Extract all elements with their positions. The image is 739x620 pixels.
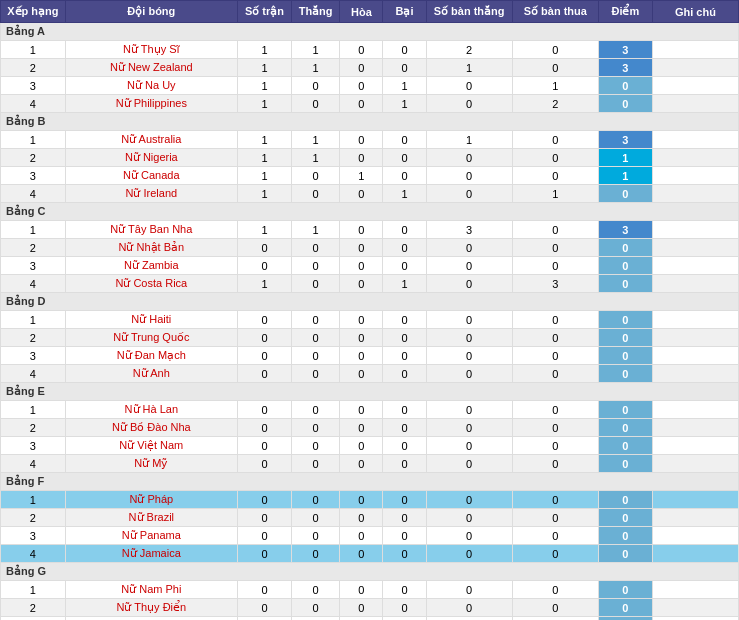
stat-cell: 0 bbox=[291, 581, 339, 599]
stat-cell: 0 bbox=[426, 77, 512, 95]
stat-cell: 0 bbox=[512, 347, 598, 365]
points-cell: 3 bbox=[598, 59, 652, 77]
team-name-cell: Nữ Hà Lan bbox=[65, 401, 237, 419]
stat-cell bbox=[652, 527, 738, 545]
stat-cell: 0 bbox=[291, 347, 339, 365]
stat-cell: 0 bbox=[383, 365, 426, 383]
stat-cell: 1 bbox=[1, 311, 66, 329]
stat-cell bbox=[652, 275, 738, 293]
stat-cell: 0 bbox=[512, 581, 598, 599]
table-row: 3Nữ Na Uy1001010 bbox=[1, 77, 739, 95]
stat-cell: 1 bbox=[291, 149, 339, 167]
stat-cell bbox=[652, 149, 738, 167]
stat-cell: 0 bbox=[383, 617, 426, 621]
stat-cell: 0 bbox=[426, 185, 512, 203]
table-row: 1Nữ Thụy Sĩ1100203 bbox=[1, 41, 739, 59]
stat-cell: 0 bbox=[238, 239, 292, 257]
points-cell: 0 bbox=[598, 365, 652, 383]
table-row: 1Nữ Australia1100103 bbox=[1, 131, 739, 149]
team-name-cell: Nữ Philippines bbox=[65, 95, 237, 113]
stat-cell: 0 bbox=[426, 419, 512, 437]
stat-cell: 3 bbox=[1, 257, 66, 275]
stat-cell: 0 bbox=[340, 599, 383, 617]
stat-cell: 0 bbox=[383, 221, 426, 239]
stat-cell: 3 bbox=[1, 347, 66, 365]
team-name-cell: Nữ Mỹ bbox=[65, 455, 237, 473]
stat-cell: 0 bbox=[426, 311, 512, 329]
stat-cell: 1 bbox=[383, 185, 426, 203]
stat-cell: 1 bbox=[1, 131, 66, 149]
stat-cell: 0 bbox=[238, 545, 292, 563]
stat-cell: 0 bbox=[238, 617, 292, 621]
group-header: Bảng C bbox=[1, 203, 739, 221]
team-name-cell: Nữ Panama bbox=[65, 527, 237, 545]
team-name-cell: Nữ Việt Nam bbox=[65, 437, 237, 455]
stat-cell: 3 bbox=[1, 167, 66, 185]
stat-cell: 0 bbox=[238, 419, 292, 437]
stat-cell: 0 bbox=[383, 599, 426, 617]
stat-cell: 1 bbox=[238, 131, 292, 149]
stat-cell: 1 bbox=[383, 275, 426, 293]
stat-cell: 3 bbox=[512, 275, 598, 293]
points-cell: 1 bbox=[598, 167, 652, 185]
header-played: Số trận bbox=[238, 1, 292, 23]
points-cell: 0 bbox=[598, 509, 652, 527]
points-cell: 0 bbox=[598, 599, 652, 617]
stat-cell: 0 bbox=[383, 581, 426, 599]
stat-cell: 1 bbox=[1, 491, 66, 509]
stat-cell: 0 bbox=[340, 239, 383, 257]
stat-cell: 4 bbox=[1, 545, 66, 563]
table-row: 3Nữ Canada1010001 bbox=[1, 167, 739, 185]
stat-cell: 0 bbox=[512, 311, 598, 329]
group-header: Bảng E bbox=[1, 383, 739, 401]
team-name-cell: Nữ Canada bbox=[65, 167, 237, 185]
header-lose: Bại bbox=[383, 1, 426, 23]
points-cell: 0 bbox=[598, 545, 652, 563]
stat-cell: 3 bbox=[1, 77, 66, 95]
points-cell: 0 bbox=[598, 437, 652, 455]
stat-cell: 0 bbox=[512, 419, 598, 437]
stat-cell: 0 bbox=[426, 545, 512, 563]
stat-cell: 0 bbox=[426, 365, 512, 383]
stat-cell: 0 bbox=[340, 401, 383, 419]
points-cell: 0 bbox=[598, 329, 652, 347]
stat-cell bbox=[652, 41, 738, 59]
stat-cell: 1 bbox=[1, 221, 66, 239]
stat-cell: 1 bbox=[340, 167, 383, 185]
stat-cell: 0 bbox=[340, 437, 383, 455]
stat-cell: 0 bbox=[340, 455, 383, 473]
stat-cell: 0 bbox=[340, 545, 383, 563]
stat-cell: 0 bbox=[291, 257, 339, 275]
stat-cell: 0 bbox=[383, 437, 426, 455]
stat-cell: 1 bbox=[238, 41, 292, 59]
team-name-cell: Nữ New Zealand bbox=[65, 59, 237, 77]
points-cell: 0 bbox=[598, 491, 652, 509]
stat-cell: 0 bbox=[512, 509, 598, 527]
stat-cell: 0 bbox=[512, 329, 598, 347]
stat-cell: 0 bbox=[512, 41, 598, 59]
stat-cell: 0 bbox=[340, 275, 383, 293]
stat-cell: 0 bbox=[426, 581, 512, 599]
header-team: Đội bóng bbox=[65, 1, 237, 23]
stat-cell: 0 bbox=[340, 419, 383, 437]
stat-cell: 0 bbox=[238, 365, 292, 383]
stat-cell: 0 bbox=[383, 401, 426, 419]
team-name-cell: Nữ Costa Rica bbox=[65, 275, 237, 293]
stat-cell bbox=[652, 77, 738, 95]
stat-cell: 0 bbox=[291, 599, 339, 617]
team-name-cell: Nữ Trung Quốc bbox=[65, 329, 237, 347]
stat-cell: 0 bbox=[238, 455, 292, 473]
stat-cell: 0 bbox=[238, 599, 292, 617]
stat-cell bbox=[652, 185, 738, 203]
stat-cell: 3 bbox=[1, 617, 66, 621]
stat-cell: 0 bbox=[383, 527, 426, 545]
table-row: 2Nữ Bồ Đào Nha0000000 bbox=[1, 419, 739, 437]
table-row: 2Nữ New Zealand1100103 bbox=[1, 59, 739, 77]
stat-cell: 1 bbox=[426, 131, 512, 149]
points-cell: 1 bbox=[598, 149, 652, 167]
stat-cell: 0 bbox=[426, 437, 512, 455]
stat-cell: 0 bbox=[340, 365, 383, 383]
points-cell: 3 bbox=[598, 41, 652, 59]
stat-cell: 0 bbox=[238, 491, 292, 509]
stat-cell: 0 bbox=[291, 311, 339, 329]
